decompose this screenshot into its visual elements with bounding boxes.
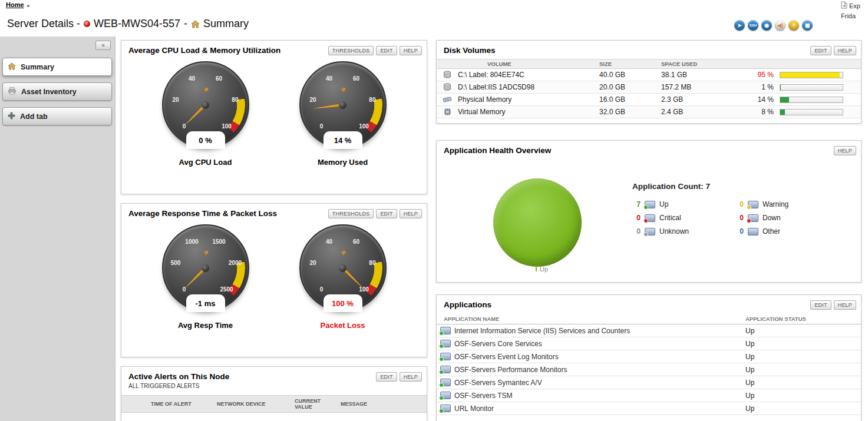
panel-title: Average Response Time & Packet Loss [128,209,277,218]
legend-count: 0 [632,227,641,236]
table-row: OSF-Servers Event Log Monitors Up [437,350,861,363]
application-name-link[interactable]: OSF-Servers Event Log Monitors [454,353,745,361]
export-label: Exp [849,2,860,9]
help-icon[interactable]: ? [788,20,799,31]
sidebar: « Summary Asset Inventory Add tab [0,37,115,421]
application-status: Up [745,327,861,335]
gauge-value: 0 % [199,136,212,145]
usage-bar [780,72,843,78]
volume-used: 38.1 GB [661,71,741,79]
panel-title: Applications [444,300,491,309]
gauge-tick: 0 [320,286,324,293]
application-name-link[interactable]: URL Monitor [454,405,745,413]
gauge-hub [339,101,346,109]
sidebar-tab-add[interactable]: Add tab [2,107,112,125]
panel-cpu-memory: Average CPU Load & Memory Utilization TH… [121,40,427,194]
edit-button[interactable]: EDIT [376,372,397,382]
table-row: OSF-Servers Performance Monitors Up [437,363,861,376]
pie-callout-line [536,266,537,271]
panel-app-health: Application Health Overview HELP Up Appl… [436,140,862,283]
thresholds-button[interactable]: THRESHOLDS [328,209,374,218]
help-button[interactable]: HELP [834,46,856,55]
gauge-tick: 20 [310,97,316,103]
application-name-link[interactable]: Internet Information Service (IIS) Servi… [454,327,745,335]
edit-button[interactable]: EDIT [810,46,831,55]
column-header: SPACE USED [661,61,741,67]
gauge-dial: 0 20 40 60 80 100 » 0 % [162,61,249,148]
volume-percent: 95 % [741,71,780,79]
panel-title: Active Alerts on This Node [128,372,229,381]
volume-size: 16.0 GB [599,95,661,104]
volume-percent: 14 % [741,95,780,104]
column-header: TIME OF ALERT [148,400,214,408]
sidebar-tab-asset-inventory[interactable]: Asset Inventory [2,82,112,101]
gauge-value-notch: 100 % [324,294,362,312]
volume-name-link[interactable]: Virtual Memory [458,108,599,116]
sidebar-tab-label: Add tab [20,112,48,121]
gauge-hub [339,264,346,272]
gauge-tick: 60 [216,75,222,81]
edit-button[interactable]: EDIT [376,46,397,55]
app-status-warning-icon [748,201,758,208]
mute-alerts-icon[interactable]: ◀) [775,20,786,31]
disk-table-header: VOLUME SIZE SPACE USED [437,59,861,69]
gauge-tick: 2500 [220,286,233,293]
legend-label: Down [763,214,781,222]
telnet-icon[interactable]: ➤ [734,20,745,31]
table-row: Virtual Memory 32.0 GB 2.4 GB 8 % [437,106,861,118]
help-button[interactable]: HELP [400,209,422,218]
volume-name-link[interactable]: D:\ Label:IIS 1ADC5D98 [458,83,599,91]
column-header: APPLICATION NAME [444,316,745,322]
gauge-tick: 0 [320,123,324,130]
disk-drive-icon [437,70,458,79]
table-row: OSF-Servers TSM Up [437,389,861,402]
help-button[interactable]: HELP [834,300,856,310]
panel-title: Application Health Overview [444,146,551,155]
application-name-link[interactable]: OSF-Servers TSM [454,392,745,400]
application-status: Up [745,379,861,387]
gauge-label: Avg Resp Time [144,321,268,330]
gauge-tick: 40 [189,75,195,81]
volume-size: 32.0 GB [599,108,661,116]
help-button[interactable]: HELP [400,372,422,382]
ping-icon[interactable]: ◉ [761,20,772,31]
legend-label: Up [659,200,668,208]
panel-disk-volumes: Disk Volumes EDIT HELP VOLUME SIZE SPACE… [436,40,862,124]
export-link[interactable]: Exp [841,1,868,10]
app-status-other-icon [748,228,758,236]
ssh-icon[interactable]: SSH [748,20,758,31]
alerts-table-header: TIME OF ALERT NETWORK DEVICE CURRENT VAL… [121,395,427,413]
legend-count: 0 [632,214,641,222]
help-button[interactable]: HELP [400,46,422,55]
panel-title: Average CPU Load & Memory Utilization [128,46,280,55]
thresholds-button[interactable]: THRESHOLDS [328,46,374,55]
page-title: Server Details - WEB-MWS04-557 - Summary [7,18,249,30]
sidebar-tab-summary[interactable]: Summary [2,58,112,76]
application-name-link[interactable]: OSF-Servers Performance Monitors [454,366,745,374]
table-row: Physical Memory 16.0 GB 2.3 GB 14 % [437,94,861,106]
help-button[interactable]: HELP [834,146,856,155]
usage-bar [780,109,843,115]
gauge-tick: 1500 [212,238,225,244]
application-name-link[interactable]: OSF-Servers Symantec A/V [454,379,745,387]
volume-percent: 8 % [741,108,780,116]
volume-size: 20.0 GB [599,83,661,91]
application-up-icon [437,340,454,347]
application-name-link[interactable]: OSF-Servers Core Services [454,340,745,348]
node-toolbar: ➤ SSH ◉ ◀) ? ▣ [734,20,813,31]
sidebar-collapse-button[interactable]: « [95,41,111,50]
remote-desktop-icon[interactable]: ▣ [802,20,813,31]
gauge-tick: 1000 [185,238,198,244]
volume-name-link[interactable]: C:\ Label: 804EE74C [458,71,599,79]
legend-item-other: 0 Other [735,227,839,236]
breadcrumb-home-link[interactable]: Home [6,1,24,8]
legend-item-up: 7 Up [632,200,735,208]
gauge-dial: 0 500 1000 1500 2000 2500 » -1 ms [162,224,249,311]
disk-drive-icon [437,82,458,92]
panel-title: Disk Volumes [444,46,496,55]
table-row: D:\ Label:IIS 1ADC5D98 20.0 GB 157.2 MB … [437,81,861,94]
column-header: SIZE [599,61,661,67]
edit-button[interactable]: EDIT [810,300,831,310]
edit-button[interactable]: EDIT [376,209,397,218]
volume-name-link[interactable]: Physical Memory [458,95,599,104]
